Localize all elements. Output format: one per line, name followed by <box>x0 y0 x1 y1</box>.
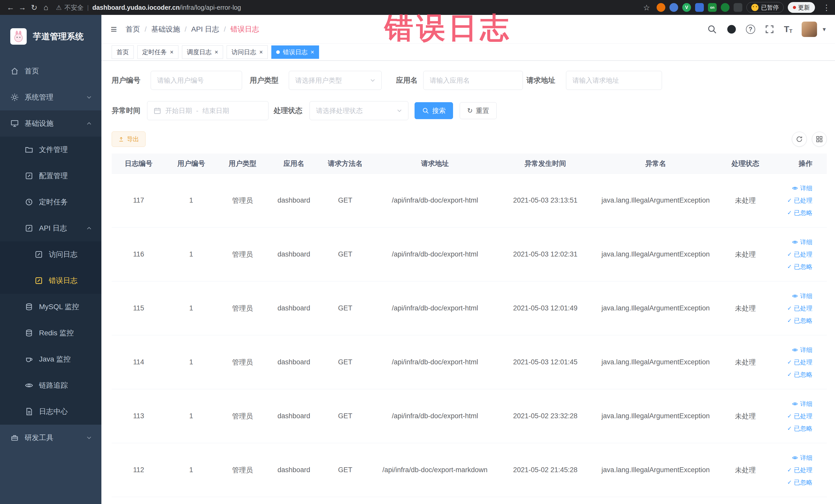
table-toolbar: 导出 <box>111 132 827 147</box>
extension-icon[interactable] <box>669 3 678 12</box>
ignored-link[interactable]: ✓已忽略 <box>787 209 812 217</box>
request-url-input[interactable] <box>566 71 662 90</box>
detail-link[interactable]: 详细 <box>792 454 812 462</box>
help-icon[interactable]: ? <box>746 25 755 34</box>
processed-link[interactable]: ✓已处理 <box>787 466 812 474</box>
select-placeholder: 请选择处理状态 <box>316 106 363 115</box>
user-avatar[interactable] <box>802 22 817 37</box>
export-button[interactable]: 导出 <box>111 132 145 147</box>
table-row: 112 1 管理员 dashboard GET /api/infra/db-do… <box>111 443 827 497</box>
extension-icon[interactable] <box>734 3 742 12</box>
caret-down-icon[interactable]: ▾ <box>823 26 826 33</box>
sidebar-item-scheduled-tasks[interactable]: 定时任务 <box>0 189 101 215</box>
site-security[interactable]: ⚠ 不安全 <box>56 3 83 12</box>
chevron-down-icon <box>85 434 93 441</box>
ignored-link[interactable]: ✓已忽略 <box>787 317 812 325</box>
sidebar-item-redis-monitor[interactable]: Redis 监控 <box>0 320 101 346</box>
detail-link[interactable]: 详细 <box>792 400 812 408</box>
col-header: 用户类型 <box>217 159 268 168</box>
processed-link[interactable]: ✓已处理 <box>787 358 812 366</box>
export-icon <box>118 136 124 142</box>
rabbit-logo-icon <box>10 28 27 45</box>
tab-schedule-log[interactable]: 调度日志× <box>182 45 223 59</box>
bookmark-star-icon[interactable]: ☆ <box>641 2 652 13</box>
close-icon[interactable]: × <box>259 49 263 55</box>
extension-icon[interactable] <box>695 3 704 12</box>
detail-link[interactable]: 详细 <box>792 184 812 192</box>
process-status-select[interactable]: 请选择处理状态 <box>309 101 408 120</box>
table-tools <box>792 132 827 147</box>
processed-link[interactable]: ✓已处理 <box>787 196 812 205</box>
tab-label: 首页 <box>117 48 129 56</box>
github-icon[interactable] <box>727 24 737 35</box>
breadcrumb-item[interactable]: 首页 <box>126 24 140 34</box>
sidebar-item-trace[interactable]: 链路追踪 <box>0 372 101 399</box>
sidebar-item-dev-tools[interactable]: 研发工具 <box>0 425 101 451</box>
close-icon[interactable]: × <box>215 49 218 55</box>
cell-status: 未处理 <box>720 358 771 367</box>
processed-link[interactable]: ✓已处理 <box>787 412 812 420</box>
error-log-table: 日志编号 用户编号 用户类型 应用名 请求方法名 请求地址 异常发生时间 异常名… <box>111 154 827 497</box>
sidebar-item-log-center[interactable]: 日志中心 <box>0 399 101 425</box>
extension-icon[interactable] <box>657 3 665 12</box>
table-row: 114 1 管理员 dashboard GET /api/infra/db-do… <box>111 335 827 389</box>
extension-icon[interactable]: on <box>708 3 717 12</box>
user-id-input[interactable] <box>151 71 242 90</box>
breadcrumb-item[interactable]: API 日志 <box>191 24 219 34</box>
column-settings-button[interactable] <box>812 132 827 147</box>
ignored-link[interactable]: ✓已忽略 <box>787 478 812 486</box>
table-row: 115 1 管理员 dashboard GET /api/infra/db-do… <box>111 281 827 335</box>
refresh-icon: ↻ <box>467 107 473 114</box>
app-logo[interactable]: 芋道管理系统 <box>0 15 101 58</box>
detail-link[interactable]: 详细 <box>792 292 812 300</box>
browser-menu-icon[interactable]: ⋮ <box>823 3 830 12</box>
address-bar[interactable]: dashboard.yudao.iocoder.cn/infra/log/api… <box>93 4 641 11</box>
close-icon[interactable]: × <box>311 49 314 55</box>
search-icon[interactable] <box>707 24 717 35</box>
cell-method: GET <box>320 196 371 204</box>
processed-link[interactable]: ✓已处理 <box>787 250 812 259</box>
breadcrumb-item[interactable]: 基础设施 <box>151 24 180 34</box>
browser-home-icon[interactable]: ⌂ <box>40 2 52 13</box>
font-size-icon[interactable]: TT <box>784 24 792 34</box>
browser-forward-icon[interactable]: → <box>16 2 28 13</box>
processed-link[interactable]: ✓已处理 <box>787 304 812 313</box>
browser-back-icon[interactable]: ← <box>5 2 16 13</box>
refresh-button[interactable] <box>792 132 807 147</box>
sidebar-item-java-monitor[interactable]: Java 监控 <box>0 346 101 372</box>
detail-link[interactable]: 详细 <box>792 346 812 354</box>
update-button[interactable]: 更新 <box>788 2 815 13</box>
sidebar-item-home[interactable]: 首页 <box>0 58 101 84</box>
exception-time-range-picker[interactable]: 开始日期 - 结束日期 <box>147 101 268 120</box>
reset-button[interactable]: ↻ 重置 <box>460 102 497 119</box>
cell-app-name: dashboard <box>268 250 320 258</box>
app-name-input[interactable] <box>423 71 523 90</box>
sidebar-item-access-log[interactable]: 访问日志 <box>0 241 101 267</box>
browser-reload-icon[interactable]: ↻ <box>28 2 40 13</box>
tab-home[interactable]: 首页 <box>111 45 134 59</box>
tab-error-log[interactable]: 错误日志× <box>271 45 319 59</box>
sidebar-item-infrastructure[interactable]: 基础设施 <box>0 110 101 137</box>
sidebar-item-file-management[interactable]: 文件管理 <box>0 137 101 163</box>
paused-chip[interactable]: 已暂停 <box>747 2 784 13</box>
close-icon[interactable]: × <box>170 49 174 55</box>
ignored-link[interactable]: ✓已忽略 <box>787 263 812 271</box>
tab-scheduled-tasks[interactable]: 定时任务× <box>137 45 178 59</box>
ignored-link[interactable]: ✓已忽略 <box>787 370 812 379</box>
detail-link[interactable]: 详细 <box>792 238 812 246</box>
tab-access-log[interactable]: 访问日志× <box>227 45 268 59</box>
extension-icon[interactable] <box>721 3 730 12</box>
extension-icon[interactable]: V <box>682 3 691 12</box>
user-type-select[interactable]: 请选择用户类型 <box>289 71 382 90</box>
sidebar-item-config-management[interactable]: 配置管理 <box>0 163 101 189</box>
sidebar-item-mysql-monitor[interactable]: MySQL 监控 <box>0 294 101 320</box>
fullscreen-icon[interactable] <box>765 24 775 35</box>
sidebar-item-error-log[interactable]: 错误日志 <box>0 267 101 294</box>
sidebar-item-api-log[interactable]: API 日志 <box>0 215 101 241</box>
sidebar-item-system-management[interactable]: 系统管理 <box>0 84 101 110</box>
security-label: 不安全 <box>64 3 83 12</box>
ignored-link[interactable]: ✓已忽略 <box>787 424 812 432</box>
search-button[interactable]: 搜索 <box>414 102 453 119</box>
sidebar-item-label: 配置管理 <box>39 171 68 181</box>
hamburger-icon[interactable]: ≡ <box>110 24 117 35</box>
